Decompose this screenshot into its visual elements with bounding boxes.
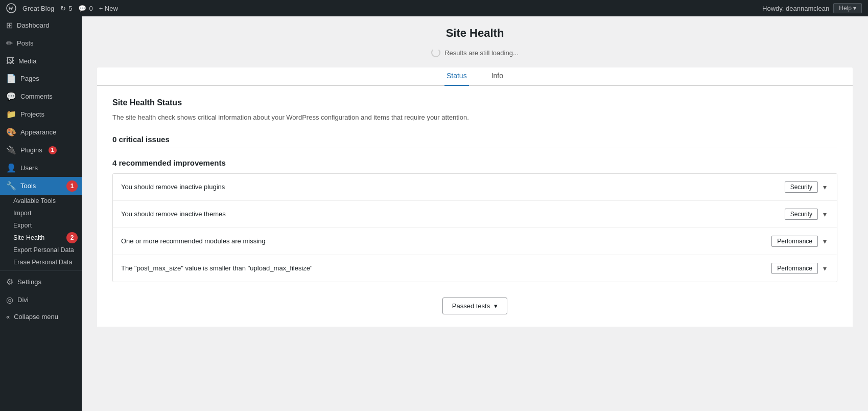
help-button[interactable]: Help ▾ <box>833 3 862 13</box>
sidebar-item-posts[interactable]: ✏ Posts <box>0 34 82 52</box>
help-label: Help <box>839 5 852 12</box>
sidebar-item-plugins[interactable]: 🔌 Plugins 1 <box>0 141 82 159</box>
sidebar-label-dashboard: Dashboard <box>17 21 50 29</box>
sidebar-label-appearance: Appearance <box>20 128 56 136</box>
improvements-list: You should remove inactive plugins Secur… <box>112 173 837 282</box>
improvement-expand-0[interactable]: ▾ <box>821 181 829 193</box>
dashboard-icon: ⊞ <box>6 20 13 30</box>
new-button[interactable]: + New <box>99 5 118 12</box>
comments-button[interactable]: 💬 0 <box>78 5 92 12</box>
improvement-text-0: You should remove inactive plugins <box>121 183 225 191</box>
sidebar-item-appearance[interactable]: 🎨 Appearance <box>0 123 82 141</box>
sidebar-subitem-erase-personal-data[interactable]: Erase Personal Data <box>0 256 82 268</box>
appearance-icon: 🎨 <box>6 127 16 137</box>
updates-count: 5 <box>68 5 72 12</box>
collapse-menu-icon: « <box>6 313 10 321</box>
sidebar-item-divi[interactable]: ◎ Divi <box>0 291 82 309</box>
sidebar-label-media: Media <box>18 57 36 65</box>
improvement-expand-3[interactable]: ▾ <box>821 262 829 275</box>
improvement-right-3: Performance ▾ <box>771 262 829 275</box>
updates-button[interactable]: ↻ 5 <box>60 5 72 12</box>
help-chevron-icon: ▾ <box>853 5 856 12</box>
sidebar-item-pages[interactable]: 📄 Pages <box>0 70 82 87</box>
available-tools-label: Available Tools <box>13 197 56 204</box>
sidebar-label-divi: Divi <box>17 296 29 304</box>
chevron-down-icon-0: ▾ <box>823 183 827 191</box>
tab-info[interactable]: Info <box>489 67 505 86</box>
loading-circle-icon <box>431 48 440 57</box>
erase-personal-data-label: Erase Personal Data <box>13 259 72 266</box>
site-health-label: Site Health <box>13 234 44 241</box>
sidebar-divider <box>0 270 82 271</box>
tabs: Status Info <box>97 67 853 86</box>
sidebar-subitem-export-personal-data[interactable]: Export Personal Data <box>0 244 82 256</box>
improvement-item-1: You should remove inactive themes Securi… <box>113 201 837 228</box>
collapse-menu-button[interactable]: « Collapse menu <box>0 309 82 325</box>
tab-status[interactable]: Status <box>444 67 469 86</box>
sidebar-item-settings[interactable]: ⚙ Settings <box>0 273 82 291</box>
posts-icon: ✏ <box>6 38 13 48</box>
passed-tests-section: Passed tests ▾ <box>112 298 837 314</box>
loading-text: Results are still loading... <box>444 49 519 57</box>
wp-logo-icon: W <box>6 3 16 13</box>
tab-content: Site Health Status The site health check… <box>97 86 853 327</box>
health-status-section: Site Health Status The site health check… <box>97 86 853 327</box>
chevron-down-icon-3: ▾ <box>823 264 827 272</box>
divi-icon: ◎ <box>6 295 13 305</box>
import-label: Import <box>13 210 31 217</box>
sidebar: ⊞ Dashboard ✏ Posts 🖼 Media 📄 Pages 💬 Co… <box>0 16 82 411</box>
improvement-right-2: Performance ▾ <box>771 235 829 247</box>
site-health-status-title: Site Health Status <box>112 98 837 107</box>
site-health-step-badge: 2 <box>66 232 78 243</box>
admin-bar-right: Howdy, deannamclean Help ▾ <box>762 3 862 13</box>
improvement-right-0: Security ▾ <box>785 181 829 193</box>
sidebar-item-tools[interactable]: 🔧 Tools 1 <box>0 177 82 195</box>
comments-icon: 💬 <box>78 5 86 12</box>
admin-bar-left: W Great Blog ↻ 5 💬 0 + New <box>6 3 754 13</box>
pages-icon: 📄 <box>6 74 16 83</box>
improvement-expand-2[interactable]: ▾ <box>821 235 829 247</box>
site-name-label: Great Blog <box>22 5 54 12</box>
improvement-tag-0: Security <box>785 181 818 193</box>
sidebar-label-plugins: Plugins <box>20 146 42 154</box>
sidebar-subitem-available-tools[interactable]: Available Tools <box>0 195 82 207</box>
improvement-item-0: You should remove inactive plugins Secur… <box>113 174 837 201</box>
passed-tests-button[interactable]: Passed tests ▾ <box>442 298 507 314</box>
sidebar-item-users[interactable]: 👤 Users <box>0 159 82 177</box>
improvement-expand-1[interactable]: ▾ <box>821 208 829 220</box>
site-name-button[interactable]: Great Blog <box>22 5 54 12</box>
sidebar-item-comments[interactable]: 💬 Comments <box>0 87 82 105</box>
users-icon: 👤 <box>6 163 16 173</box>
sidebar-item-dashboard[interactable]: ⊞ Dashboard <box>0 16 82 34</box>
improvement-text-2: One or more recommended modules are miss… <box>121 237 266 245</box>
recommended-improvements-header: 4 recommended improvements <box>112 158 837 167</box>
plugins-icon: 🔌 <box>6 145 16 155</box>
sidebar-subitem-import[interactable]: Import <box>0 207 82 219</box>
tools-step-badge: 1 <box>66 180 78 192</box>
projects-icon: 📁 <box>6 109 16 119</box>
passed-tests-label: Passed tests <box>452 302 490 310</box>
sidebar-subitem-site-health[interactable]: Site Health 2 <box>0 232 82 244</box>
export-personal-data-label: Export Personal Data <box>13 246 74 254</box>
sidebar-label-pages: Pages <box>20 75 39 82</box>
sidebar-label-users: Users <box>20 164 38 172</box>
sidebar-item-projects[interactable]: 📁 Projects <box>0 105 82 123</box>
sidebar-subitem-export[interactable]: Export <box>0 219 82 232</box>
page-title: Site Health <box>97 27 853 40</box>
sidebar-label-projects: Projects <box>20 110 44 118</box>
improvement-item-3: The "post_max_size" value is smaller tha… <box>113 255 837 282</box>
wp-logo-button[interactable]: W <box>6 3 16 13</box>
critical-issues-header: 0 critical issues <box>112 135 837 144</box>
sidebar-label-tools: Tools <box>20 182 36 190</box>
main-content: Site Health Results are still loading...… <box>82 16 868 411</box>
improvement-text-1: You should remove inactive themes <box>121 210 226 218</box>
main-layout: ⊞ Dashboard ✏ Posts 🖼 Media 📄 Pages 💬 Co… <box>0 16 868 411</box>
improvement-tag-3: Performance <box>771 263 818 274</box>
sidebar-label-posts: Posts <box>17 39 34 47</box>
sidebar-item-media[interactable]: 🖼 Media <box>0 52 82 70</box>
sidebar-label-comments: Comments <box>20 93 53 100</box>
improvement-tag-1: Security <box>785 209 818 220</box>
passed-tests-chevron-icon: ▾ <box>494 302 498 310</box>
improvement-tag-2: Performance <box>771 236 818 247</box>
site-health-status-desc: The site health check shows critical inf… <box>112 112 837 123</box>
